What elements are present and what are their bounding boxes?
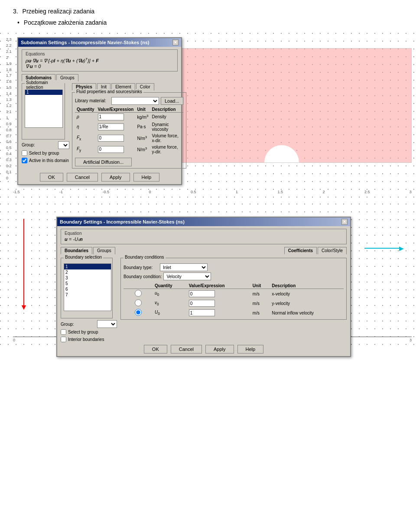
- group-select[interactable]: [58, 141, 69, 149]
- rho-input[interactable]: [98, 114, 124, 120]
- y-axis-top: 2.3 2.2 2.1 2 1.9 1.8 1.7 1.6 1.5 1.4 1.…: [6, 37, 12, 180]
- load-button[interactable]: Load...: [161, 97, 183, 105]
- semicircle-cutout: [264, 145, 299, 162]
- tab-colorstyle[interactable]: Color/Style: [318, 247, 347, 254]
- table-row: v0 m/s y-velocity: [124, 298, 344, 308]
- boundary-dialog-titlebar: Boundary Settings - Incompressible Navie…: [57, 217, 350, 226]
- boundary-conditions-panel: Boundary conditions Boundary type: Inlet…: [120, 258, 347, 342]
- select-by-group-row: Select by group: [22, 150, 69, 156]
- boundary-condition-row: Boundary condition: Velocity: [124, 272, 344, 280]
- boundary-item-3[interactable]: 3: [64, 275, 111, 281]
- boundary-left-panel: Boundary selection 1 2 3 5 6 7 Group:: [61, 258, 117, 342]
- boundary-conditions-group: Boundary conditions Boundary type: Inlet…: [120, 258, 347, 320]
- bottom-simulation-area: ▼ ▶ 0 0.5 1 1.5 2 2.5 3 Boundary Setting…: [0, 204, 416, 351]
- red-line: [23, 219, 24, 305]
- boundary-close-button[interactable]: ✕: [341, 219, 348, 225]
- library-material-select[interactable]: [111, 97, 159, 105]
- table-row: ρ kg/m3 Density: [75, 112, 183, 121]
- fy-input[interactable]: [98, 146, 124, 153]
- boundary-selection-panel: Boundary selection 1 2 3 5 6 7: [61, 258, 113, 318]
- artificial-diffusion-button[interactable]: Artificial Diffusion...: [75, 158, 132, 166]
- select-by-group-checkbox[interactable]: [22, 150, 27, 156]
- u0-input[interactable]: [189, 290, 215, 297]
- tab-groups-boundary[interactable]: Groups: [93, 247, 115, 254]
- boundary-right-tabs: Coefficients Color/Style: [284, 247, 347, 254]
- bullet-item: • Początkowe założenia zadania: [13, 19, 403, 26]
- boundary-item-1[interactable]: 1: [64, 264, 111, 269]
- group-row: Group:: [22, 141, 69, 149]
- boundary-left-tabs: Boundaries Groups: [61, 247, 115, 254]
- subdomain-dialog-content: Equations ρu·∇u = ∇·[-pI + η(∇u + (∇u)T)…: [18, 47, 181, 184]
- boundary-group-row: Group:: [61, 320, 117, 328]
- v0-input[interactable]: [189, 300, 215, 307]
- boundary-list[interactable]: 1 2 3 5 6 7: [64, 263, 111, 311]
- boundary-dialog: Boundary Settings - Incompressible Navie…: [56, 217, 351, 357]
- select-by-group-boundary-row: Select by group: [61, 329, 117, 335]
- table-row: U0 m/s Normal inflow velocity: [124, 308, 344, 318]
- boundary-group-select[interactable]: [97, 320, 117, 328]
- boundary-ok-button[interactable]: OK: [144, 345, 167, 354]
- cyan-arrow-indicator: ▶: [364, 245, 404, 252]
- fx-input[interactable]: [98, 135, 124, 142]
- u0-radio[interactable]: [125, 290, 151, 297]
- boundary-condition-select[interactable]: Velocity: [163, 272, 211, 280]
- table-row: η Pa·s Dynamic viscosity: [75, 121, 183, 133]
- page-header: 3. Przebieg realizacji zadania • Początk…: [0, 0, 416, 30]
- boundary-type-select[interactable]: Inlet: [160, 263, 208, 271]
- pink-flow-region: [152, 48, 412, 163]
- boundary-item-2[interactable]: 2: [64, 269, 111, 275]
- subdomain-item-1[interactable]: 1: [25, 89, 62, 95]
- x-axis-top: -1.5 -1 -0.5 0 0.5 1 1.5 2 2.5 3: [13, 190, 412, 194]
- top-simulation-area: 2.3 2.2 2.1 2 1.9 1.8 1.7 1.6 1.5 1.4 1.…: [0, 33, 416, 202]
- interior-boundaries-row: Interior boundaries: [61, 337, 117, 342]
- subdomain-dialog: Subdomain Settings - Incompressible Navi…: [17, 37, 182, 185]
- subdomain-list[interactable]: 1: [25, 89, 63, 128]
- section-heading: 3. Przebieg realizacji zadania: [13, 8, 403, 15]
- tab-coefficients[interactable]: Coefficients: [284, 247, 317, 254]
- subdomain-ok-button[interactable]: OK: [40, 173, 63, 182]
- subdomain-close-button[interactable]: ✕: [172, 39, 179, 45]
- boundary-equation-box: Equation u = -U₀n: [61, 229, 347, 244]
- boundary-props-table: Quantity Value/Expression Unit Descripti…: [124, 283, 344, 318]
- boundary-item-5[interactable]: 5: [64, 281, 111, 286]
- boundary-help-button[interactable]: Help: [237, 345, 264, 354]
- boundary-dialog-content: Equation u = -U₀n Boundaries Groups Coef…: [57, 226, 350, 356]
- active-in-domain-checkbox[interactable]: [22, 158, 27, 163]
- eta-input[interactable]: [98, 123, 124, 130]
- U0-input[interactable]: [189, 309, 215, 316]
- subdomain-buttons: OK Cancel Apply Help: [22, 173, 178, 182]
- boundary-main-content: Boundary selection 1 2 3 5 6 7 Group:: [61, 258, 347, 342]
- equations-box: Equations ρu·∇u = ∇·[-pI + η(∇u + (∇u)T)…: [22, 49, 178, 71]
- U0-radio[interactable]: [125, 309, 151, 316]
- subdomain-dialog-titlebar: Subdomain Settings - Incompressible Navi…: [18, 38, 181, 47]
- cyan-arrow-right: ▶: [399, 245, 404, 252]
- interior-boundaries-checkbox[interactable]: [61, 337, 66, 342]
- fluid-props-table: Quantity Value/Expression Unit Descripti…: [75, 107, 183, 155]
- red-arrow-down: ▼: [20, 303, 28, 312]
- table-row: Fy N/m3 volume force, y-dir.: [75, 144, 183, 155]
- cyan-line: [364, 248, 399, 249]
- subdomain-cancel-button[interactable]: Cancel: [67, 173, 98, 182]
- boundary-cancel-button[interactable]: Cancel: [171, 345, 202, 354]
- subdomain-selection-panel: Subdomain selection 1: [22, 83, 65, 139]
- subdomain-help-button[interactable]: Help: [133, 173, 160, 182]
- active-in-domain-row: Active in this domain: [22, 158, 69, 163]
- v0-radio[interactable]: [125, 299, 151, 306]
- boundary-item-7[interactable]: 7: [64, 292, 111, 298]
- table-row: u0 m/s x-velocity: [124, 289, 344, 299]
- tab-boundaries[interactable]: Boundaries: [61, 247, 92, 254]
- boundary-type-row: Boundary type: Inlet: [124, 263, 344, 271]
- table-row: Fx N/m3 Volume force, x-dir.: [75, 133, 183, 144]
- boundary-apply-button[interactable]: Apply: [205, 345, 234, 354]
- boundary-buttons: OK Cancel Apply Help: [61, 345, 347, 354]
- boundary-item-6[interactable]: 6: [64, 286, 111, 292]
- subdomain-apply-button[interactable]: Apply: [101, 173, 130, 182]
- library-material-row: Library material: Load...: [75, 97, 183, 105]
- fluid-props-panel: Fluid properties and sources/sinks Libra…: [72, 92, 186, 169]
- boundary-tabs-row: Boundaries Groups Coefficients Color/Sty…: [61, 247, 347, 256]
- select-by-group-boundary-checkbox[interactable]: [61, 329, 66, 335]
- red-arrow-indicator: ▼: [20, 219, 28, 312]
